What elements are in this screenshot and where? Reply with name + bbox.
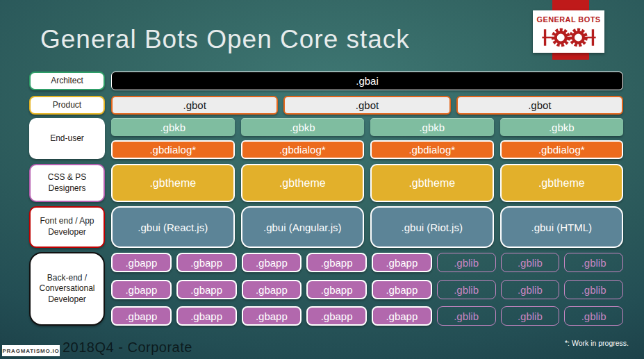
gbtheme-box: .gbtheme <box>500 164 624 202</box>
row-gbtheme: .gbtheme .gbtheme .gbtheme .gbtheme <box>111 164 623 202</box>
gbdialog-box: .gbdialog* <box>241 140 365 159</box>
row-gbot: .gbot .gbot .gbot <box>111 96 623 115</box>
row-gbapp-1: .gbapp .gbapp .gbapp .gbapp .gbapp .gbli… <box>111 253 623 272</box>
label-end-user: End-user <box>29 118 105 159</box>
label-backend-conversational-developer: Back-end / Conversational Developer <box>29 252 105 326</box>
row-gbai: .gbai <box>111 72 623 90</box>
gbkb-box: .gbkb <box>370 118 494 136</box>
gbapp-box: .gbapp <box>306 306 367 326</box>
gbapp-box: .gbapp <box>111 253 172 272</box>
gbui-react-box: .gbui (React.js) <box>111 206 235 248</box>
gblib-box: .gblib <box>501 253 560 272</box>
gbdialog-box: .gbdialog* <box>500 140 624 159</box>
gbapp-box: .gbapp <box>242 253 302 272</box>
gbapp-box: .gbapp <box>306 253 367 272</box>
row-gbui: .gbui (React.js) .gbui (Angular.js) .gbu… <box>111 206 623 248</box>
gbtheme-box: .gbtheme <box>370 164 494 202</box>
logo-brand-text: GENERAL BOTS <box>537 15 601 24</box>
gbapp-box: .gbapp <box>242 280 302 299</box>
general-bots-logo: GENERAL BOTS <box>533 10 604 53</box>
label-architect: Architect <box>29 72 105 90</box>
gblib-box: .gblib <box>437 280 496 299</box>
gbapp-box: .gbapp <box>372 306 432 326</box>
gbui-angular-box: .gbui (Angular.js) <box>241 206 365 248</box>
gbapp-box: .gbapp <box>306 280 367 299</box>
gbapp-box: .gbapp <box>176 280 237 299</box>
gblib-box: .gblib <box>501 280 560 299</box>
gblib-box: .gblib <box>564 280 623 299</box>
gbtheme-box: .gbtheme <box>241 164 365 202</box>
gbkb-box: .gbkb <box>241 118 365 136</box>
label-css-ps-designers: CSS & PS Designers <box>29 164 105 202</box>
gbai-box: .gbai <box>111 72 623 90</box>
gbapp-box: .gbapp <box>372 253 432 272</box>
footer-quarter-label: 2018Q4 - Corporate <box>63 340 192 356</box>
gbui-html-box: .gbui (HTML) <box>500 206 624 248</box>
row-gbdialog: .gbdialog* .gbdialog* .gbdialog* .gbdial… <box>111 140 623 159</box>
gbkb-box: .gbkb <box>111 118 235 136</box>
label-product: Product <box>29 96 105 115</box>
row-gbkb: .gbkb .gbkb .gbkb .gbkb <box>111 118 623 136</box>
gblib-box: .gblib <box>501 306 560 326</box>
gblib-box: .gblib <box>437 306 496 326</box>
gbapp-box: .gbapp <box>176 306 237 326</box>
slide-canvas: General Bots Open Core stack GENERAL BOT… <box>0 0 644 359</box>
slide-title: General Bots Open Core stack <box>40 25 410 54</box>
work-in-progress-note: *: Work in progress. <box>565 339 629 347</box>
gbapp-box: .gbapp <box>372 280 432 299</box>
gblib-box: .gblib <box>564 253 623 272</box>
gbkb-box: .gbkb <box>500 118 624 136</box>
gbapp-box: .gbapp <box>242 306 302 326</box>
gbot-box: .gbot <box>283 96 450 115</box>
gbtheme-box: .gbtheme <box>111 164 235 202</box>
gbapp-box: .gbapp <box>111 280 172 299</box>
gbot-box: .gbot <box>111 96 278 115</box>
row-gbapp-3: .gbapp .gbapp .gbapp .gbapp .gbapp .gbli… <box>111 306 623 326</box>
gbapp-box: .gbapp <box>111 306 172 326</box>
gbapp-box: .gbapp <box>176 253 237 272</box>
pragmatismo-brand-badge: PRAGMATISMO.IO <box>2 345 60 356</box>
gbdialog-box: .gbdialog* <box>111 140 235 159</box>
row-gbapp-2: .gbapp .gbapp .gbapp .gbapp .gbapp .gbli… <box>111 280 623 299</box>
gblib-box: .gblib <box>564 306 623 326</box>
gbdialog-box: .gbdialog* <box>370 140 494 159</box>
gblib-box: .gblib <box>437 253 496 272</box>
gbot-box: .gbot <box>456 96 623 115</box>
label-frontend-app-developer: Font end / App Developer <box>29 206 105 248</box>
gears-icon <box>540 24 598 51</box>
gbui-riot-box: .gbui (Riot.js) <box>370 206 494 248</box>
